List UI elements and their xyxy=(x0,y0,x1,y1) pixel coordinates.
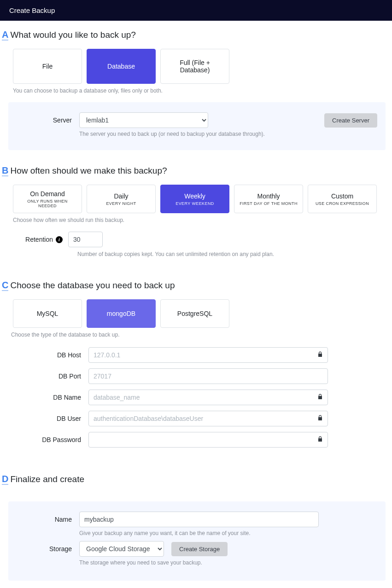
page-header: Create Backup xyxy=(0,0,392,21)
section-c-title: C Choose the database you need to back u… xyxy=(0,278,392,299)
retention-helper: Number of backup copies kept. You can se… xyxy=(77,251,392,257)
freq-monthly[interactable]: Monthly FIRST DAY OF THE MONTH xyxy=(234,185,303,213)
backup-type-file-label: File xyxy=(42,63,53,70)
db-host-label: DB Host xyxy=(17,351,81,359)
step-letter-a: A xyxy=(2,30,8,41)
db-password-input[interactable] xyxy=(88,432,328,448)
storage-helper: The storage where you need to save your … xyxy=(79,559,377,566)
freq-weekly-title: Weekly xyxy=(184,192,205,200)
step-letter-d: D xyxy=(2,474,8,485)
section-d-title: D Finalize and create xyxy=(0,472,392,493)
page-title: Create Backup xyxy=(9,6,55,14)
freq-ondemand[interactable]: On Demand ONLY RUNS WHEN NEEDED xyxy=(13,185,82,213)
server-label: Server xyxy=(17,116,72,124)
storage-label: Storage xyxy=(17,545,72,553)
section-database: C Choose the database you need to back u… xyxy=(0,262,392,456)
retention-label: Retention xyxy=(25,236,53,243)
frequency-helper: Choose how often we should run this back… xyxy=(0,213,392,223)
freq-ondemand-sub: ONLY RUNS WHEN NEEDED xyxy=(18,199,77,208)
server-select[interactable]: lemlab1 xyxy=(79,112,208,128)
freq-custom-title: Custom xyxy=(331,192,353,200)
backup-type-full[interactable]: Full (File + Database) xyxy=(160,49,229,84)
section-d-heading: Finalize and create xyxy=(10,474,84,484)
section-a-heading: What would you like to back up? xyxy=(10,30,136,40)
freq-weekly[interactable]: Weekly EVERY WEEKEND xyxy=(160,185,229,213)
backup-type-file[interactable]: File xyxy=(13,49,82,84)
info-icon[interactable]: i xyxy=(56,236,63,243)
freq-ondemand-title: On Demand xyxy=(30,190,64,198)
backup-type-database-label: Database xyxy=(107,63,135,70)
db-mysql[interactable]: MySQL xyxy=(13,299,82,328)
retention-input[interactable] xyxy=(68,232,103,247)
db-mysql-label: MySQL xyxy=(37,310,59,317)
backup-name-label: Name xyxy=(17,516,72,523)
server-panel: Server lemlab1 Create Server The server … xyxy=(8,102,386,150)
db-user-input[interactable] xyxy=(88,411,328,426)
backup-type-helper: You can choose to backup a database only… xyxy=(0,84,392,94)
db-port-input[interactable] xyxy=(88,368,328,384)
db-mongodb[interactable]: mongoDB xyxy=(87,299,156,328)
section-finalize: D Finalize and create Name Give your bac… xyxy=(0,456,392,581)
section-c-heading: Choose the database you need to back up xyxy=(10,280,175,291)
db-postgresql[interactable]: PostgreSQL xyxy=(160,299,229,328)
storage-select[interactable]: Google Cloud Storage xyxy=(79,541,164,557)
step-letter-c: C xyxy=(2,280,8,291)
freq-daily-title: Daily xyxy=(114,192,128,200)
db-mongodb-label: mongoDB xyxy=(107,310,135,317)
db-name-label: DB Name xyxy=(17,394,81,401)
db-host-input[interactable] xyxy=(88,347,328,363)
freq-monthly-sub: FIRST DAY OF THE MONTH xyxy=(240,201,298,206)
backup-type-database[interactable]: Database xyxy=(87,49,156,84)
freq-custom-sub: USE CRON EXPRESSION xyxy=(316,201,369,206)
backup-name-helper: Give your backup any name you want, it c… xyxy=(79,530,377,536)
db-port-label: DB Port xyxy=(17,373,81,380)
freq-daily[interactable]: Daily EVERY NIGHT xyxy=(87,185,156,213)
freq-daily-sub: EVERY NIGHT xyxy=(106,201,136,206)
freq-monthly-title: Monthly xyxy=(257,192,280,200)
step-letter-b: B xyxy=(2,166,8,176)
create-server-button[interactable]: Create Server xyxy=(324,113,377,128)
server-helper: The server you need to back up (or need … xyxy=(79,131,377,137)
db-name-input[interactable] xyxy=(88,390,328,405)
section-backup-type: A What would you like to back up? File D… xyxy=(0,21,392,150)
create-storage-button[interactable]: Create Storage xyxy=(171,542,228,556)
freq-weekly-sub: EVERY WEEKEND xyxy=(176,201,214,206)
section-a-title: A What would you like to back up? xyxy=(0,27,392,49)
db-password-label: DB Password xyxy=(17,436,81,443)
database-helper: Choose the type of the database to back … xyxy=(0,328,392,338)
backup-name-input[interactable] xyxy=(79,512,319,527)
section-b-title: B How often should we make this backup? xyxy=(0,163,392,185)
backup-type-full-label: Full (File + Database) xyxy=(165,59,224,74)
db-user-label: DB User xyxy=(17,415,81,422)
db-postgresql-label: PostgreSQL xyxy=(177,310,212,317)
finalize-panel: Name Give your backup any name you want,… xyxy=(8,501,386,581)
section-b-heading: How often should we make this backup? xyxy=(10,166,167,176)
section-frequency: B How often should we make this backup? … xyxy=(0,150,392,257)
freq-custom[interactable]: Custom USE CRON EXPRESSION xyxy=(308,185,377,213)
